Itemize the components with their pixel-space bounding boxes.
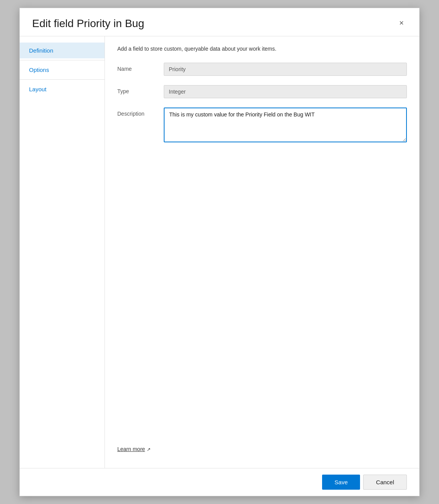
type-field-container: Integer: [164, 85, 407, 98]
dialog-header: Edit field Priority in Bug ×: [20, 8, 419, 36]
sidebar-item-definition[interactable]: Definition: [20, 43, 105, 58]
edit-field-dialog: Edit field Priority in Bug × Definition …: [19, 8, 420, 496]
learn-more-section: Learn more↗: [117, 439, 407, 459]
external-link-icon: ↗: [147, 447, 151, 452]
main-content: Add a field to store custom, queryable d…: [105, 36, 419, 468]
section-description: Add a field to store custom, queryable d…: [117, 46, 407, 52]
save-button[interactable]: Save: [322, 475, 360, 490]
dialog-title: Edit field Priority in Bug: [32, 17, 144, 30]
name-row: Name Priority: [117, 63, 407, 76]
sidebar-item-layout[interactable]: Layout: [20, 81, 105, 97]
description-field-container: [164, 108, 407, 144]
sidebar-item-options[interactable]: Options: [20, 62, 105, 78]
name-input: Priority: [164, 63, 407, 76]
dialog-body: Definition Options Layout Add a field to…: [20, 36, 419, 468]
sidebar: Definition Options Layout: [20, 36, 105, 468]
description-row: Description: [117, 108, 407, 144]
content-spacer: [117, 153, 407, 439]
close-button[interactable]: ×: [396, 17, 407, 28]
type-label: Type: [117, 85, 164, 94]
type-input: Integer: [164, 85, 407, 98]
description-textarea[interactable]: [164, 108, 407, 142]
type-row: Type Integer: [117, 85, 407, 98]
sidebar-divider-2: [20, 79, 105, 80]
description-label: Description: [117, 108, 164, 117]
sidebar-divider-1: [20, 60, 105, 60]
name-label: Name: [117, 63, 164, 72]
dialog-footer: Save Cancel: [20, 468, 419, 496]
learn-more-link[interactable]: Learn more↗: [117, 446, 151, 452]
cancel-button[interactable]: Cancel: [363, 475, 407, 490]
name-field-container: Priority: [164, 63, 407, 76]
